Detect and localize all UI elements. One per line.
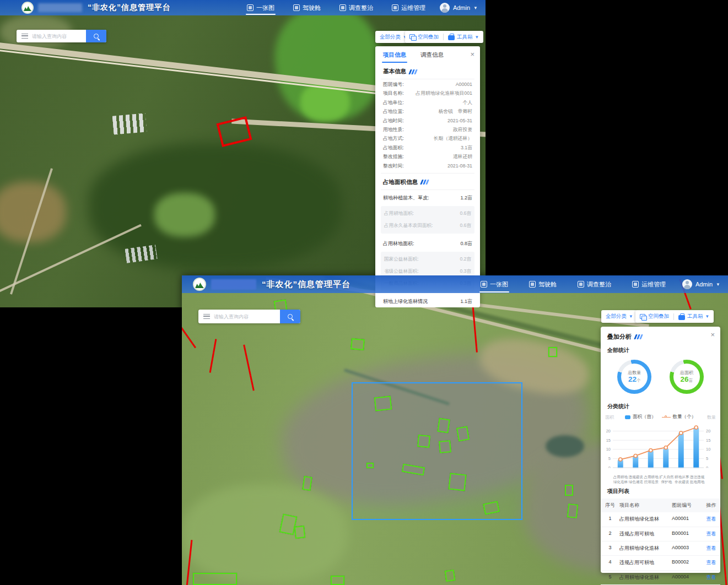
avatar — [440, 3, 450, 13]
bar-line-chart-svg: 0055101015152020 — [603, 421, 718, 474]
nav-item-调查整治[interactable]: 调查整治 — [335, 0, 378, 15]
view-link[interactable]: 查看 — [702, 574, 720, 581]
search-input[interactable] — [214, 314, 280, 319]
area-main-row: 占用林地面积:0.8亩 — [381, 237, 474, 251]
violation-parcel-outline-red[interactable] — [217, 116, 252, 147]
overlay-icon — [640, 314, 646, 319]
nav-item-一张图[interactable]: 一张图 — [242, 0, 279, 15]
parcel-outline-green[interactable] — [417, 435, 430, 448]
parcel-outline-green[interactable] — [366, 463, 374, 468]
svg-text:10: 10 — [606, 447, 611, 452]
parcel-outline-red — [243, 345, 255, 391]
project-list-header: 序号项目名称图斑编号操作 — [601, 499, 720, 512]
parcel-outline-green[interactable] — [449, 473, 467, 491]
x-tick-label: 违法违规批地用地 — [689, 475, 705, 484]
project-list-body: 1占用耕地绿化造林A00001查看2违规占用可耕地B00001查看3占用耕地绿化… — [601, 512, 720, 585]
toolbox-icon — [448, 35, 455, 40]
redacted-city-name — [211, 279, 256, 290]
info-field-row: 占地时间:2021-05-31 — [383, 118, 472, 127]
area-main-row: 耕地种植苗木、草皮:1.2亩 — [381, 191, 474, 205]
parcel-outline-green[interactable] — [331, 576, 344, 585]
area-sub-row: 占用耕地面积:0.6亩 — [384, 208, 471, 220]
toolbox-dropdown[interactable]: 工具箱▼ — [444, 34, 483, 41]
info-field-row: 占地面积:3.1亩 — [383, 145, 472, 154]
count-marker — [694, 426, 698, 429]
count-marker — [649, 448, 652, 452]
count-marker — [634, 454, 637, 457]
toolbox-dropdown[interactable]: 工具箱▼ — [674, 313, 714, 320]
search-button[interactable] — [86, 30, 106, 42]
view-link[interactable]: 查看 — [702, 559, 720, 566]
search-button[interactable] — [280, 310, 300, 323]
parcel-outline-green[interactable] — [565, 485, 573, 496]
spatial-overlay-button[interactable]: 空间叠加 — [635, 313, 673, 320]
parcel-outline-green[interactable] — [350, 338, 365, 350]
bar-耕地从事非农建设 — [678, 432, 684, 471]
category-dropdown[interactable]: 全部分类▼ — [601, 310, 638, 323]
panel-title: 叠加分析 — [601, 327, 720, 343]
parcel-outline-green[interactable] — [567, 503, 579, 518]
parcel-outline-red — [182, 305, 196, 349]
search-input[interactable] — [32, 34, 86, 39]
parcel-outline-green[interactable] — [193, 573, 237, 585]
user-menu[interactable]: Admin ▼ — [682, 279, 720, 289]
panel-tabs: 项目信息 调查信息 — [375, 46, 480, 63]
parcel-outline-green[interactable] — [456, 426, 470, 441]
info-field-row: 占地位置:杨舍镇 章卿村 — [383, 109, 472, 117]
nav-item-运维管理[interactable]: 运维管理 — [387, 0, 430, 15]
parcel-outline-green[interactable] — [294, 526, 305, 539]
map-icon — [481, 281, 487, 288]
parcel-outline-green[interactable] — [374, 396, 392, 411]
main-nav: 一张图驾驶舱调查整治运维管理 — [476, 275, 682, 293]
bar-legend-swatch — [625, 415, 630, 419]
nav-item-调查整治[interactable]: 调查整治 — [573, 275, 616, 293]
tools-bar: 空间叠加 工具箱▼ — [635, 310, 714, 323]
user-menu[interactable]: Admin ▼ — [440, 3, 478, 13]
view-link[interactable]: 查看 — [702, 545, 720, 552]
list-icon[interactable] — [203, 314, 210, 319]
map-search — [198, 310, 300, 323]
window-project-info: “非农化”信息管理平台 一张图驾驶舱调查整治运维管理 Admin ▼ 全部分类▼… — [0, 0, 486, 307]
info-field-row: 占地单位:个人 — [383, 100, 472, 109]
nav-item-驾驶舱[interactable]: 驾驶舱 — [525, 275, 561, 293]
nav-item-驾驶舱[interactable]: 驾驶舱 — [289, 0, 325, 15]
tab-survey-info[interactable]: 调查信息 — [420, 51, 444, 63]
overview-stats-title: 全部统计 — [601, 343, 720, 355]
username: Admin — [695, 281, 713, 288]
tab-project-info[interactable]: 项目信息 — [383, 51, 406, 63]
svg-text:5: 5 — [608, 456, 611, 461]
info-field-row: 整改措施:退林还耕 — [383, 154, 472, 162]
section-slashes-icon — [409, 69, 417, 74]
parcel-outline-green[interactable] — [445, 570, 456, 582]
chevron-down-icon: ▼ — [475, 35, 479, 40]
bar-违法违规批地用地 — [693, 426, 699, 471]
map-buildings — [112, 113, 147, 134]
donut-总面积: 总面积26亩 — [670, 360, 704, 394]
info-field-row: 用地性质:政府投资 — [383, 127, 472, 136]
nav-item-一张图[interactable]: 一张图 — [476, 275, 513, 293]
view-link[interactable]: 查看 — [702, 530, 720, 538]
project-list-title: 项目列表 — [601, 484, 720, 496]
info-field-row: 整改时间:2021-08-31 — [383, 163, 472, 172]
spatial-overlay-button[interactable]: 空间叠加 — [405, 34, 443, 41]
close-icon[interactable]: × — [470, 51, 474, 58]
parcel-outline-green[interactable] — [439, 440, 451, 453]
search-icon — [94, 34, 99, 39]
section-basic-info: 基本信息 — [375, 63, 480, 79]
close-icon[interactable]: × — [710, 331, 715, 338]
parcel-outline-green[interactable] — [548, 347, 557, 357]
map-soil-patch — [0, 182, 66, 242]
area-main-row: 耕地上绿化造林情况1.1亩 — [381, 295, 474, 307]
overview-donuts: 总数量22个总面积26亩 — [601, 355, 720, 399]
nav-item-运维管理[interactable]: 运维管理 — [628, 275, 670, 293]
ops-icon — [392, 4, 398, 11]
list-icon[interactable] — [21, 34, 28, 39]
platform-logo-icon — [21, 2, 34, 14]
parcel-outline-red — [209, 339, 217, 373]
x-tick-label: 扩大自然保护地 — [659, 475, 674, 484]
username: Admin — [453, 4, 470, 11]
parcel-outline-green[interactable] — [437, 418, 450, 434]
chart-legend: 面积 面积（亩） 数量（个） 数量 — [601, 411, 720, 420]
view-link[interactable]: 查看 — [702, 516, 720, 523]
project-row: 3占用耕地绿化造林A00003查看 — [601, 541, 720, 556]
